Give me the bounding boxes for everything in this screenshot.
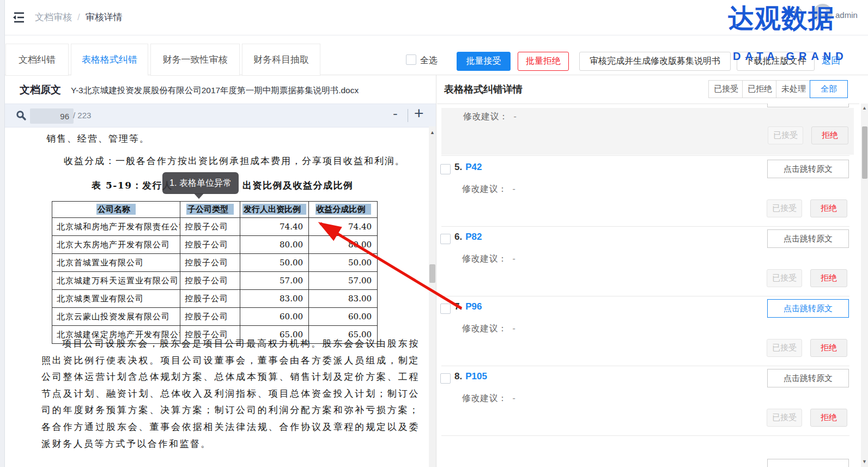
header-issuer-ratio: 发行人出资比例	[242, 204, 306, 215]
tab-doc-correction[interactable]: 文档纠错	[5, 44, 69, 76]
jump-button-clipped[interactable]	[767, 104, 849, 107]
scrollbar-up-arrow-icon[interactable]: ▲	[430, 130, 435, 135]
issue-item: 6.P82 点击跳转原文 修改建议：- 已接受 拒绝	[437, 229, 859, 298]
jump-to-source-button[interactable]: 点击跳转原文	[767, 369, 849, 387]
breadcrumb-doc-review[interactable]: 文档审核	[35, 12, 72, 22]
cell-company: 北京云蒙山投资发展有限公司	[52, 308, 180, 326]
tab-financial-subject-extraction[interactable]: 财务科目抽取	[242, 44, 320, 76]
filter-accepted[interactable]: 已接受	[708, 80, 744, 98]
suggestion-row: 修改建议：-	[462, 184, 515, 195]
search-icon[interactable]	[15, 110, 27, 124]
list-scrollbar-thumb[interactable]	[862, 126, 867, 179]
item-checkbox[interactable]	[440, 164, 451, 174]
suggestion-row: 修改建议：-	[462, 393, 515, 404]
item-page-link[interactable]: P82	[465, 232, 482, 242]
divider	[441, 226, 849, 227]
doc-paragraph: 收益分成：一般各合作方按出资比例承担成本费用，分享项目收益和利润。	[64, 155, 405, 167]
correction-detail-panel: 表格格式纠错详情 已接受 已拒绝 未处理 全部 修改建议：- 已接受 拒绝 5.…	[437, 75, 859, 467]
filter-rejected[interactable]: 已拒绝	[742, 80, 778, 98]
page-toolbar: / 223 - +	[4, 104, 436, 128]
breadcrumb-review-detail: 审核详情	[86, 12, 123, 22]
breadcrumb-separator: /	[77, 12, 80, 22]
tooltip-caret	[194, 193, 204, 199]
zoom-out-button[interactable]: -	[393, 105, 398, 122]
panel-divider	[436, 75, 436, 467]
batch-accept-button[interactable]: 批量接受	[457, 52, 511, 71]
username-label[interactable]: admin	[835, 10, 858, 20]
item-number: 8.	[454, 371, 462, 381]
document-scrollbar[interactable]	[429, 126, 436, 467]
tab-table-format-correction[interactable]: 表格格式纠错	[71, 44, 148, 76]
tab-financial-consistency[interactable]: 财务一致性审核	[150, 44, 240, 76]
item-checkbox[interactable]	[440, 304, 451, 314]
accepted-button[interactable]: 已接受	[767, 409, 802, 427]
table-header-cell: 发行人出资比例	[240, 202, 309, 218]
document-panel: 文档原文 Y-3北京城建投资发展股份有限公司2017年度第一期中期票据募集说明书…	[4, 75, 436, 467]
reject-button[interactable]: 拒绝	[810, 269, 847, 287]
scrollbar-up-arrow-icon[interactable]: ▲	[862, 105, 867, 111]
item-title: 6.P82	[454, 232, 482, 242]
jump-to-source-button[interactable]: 点击跳转原文	[767, 229, 849, 248]
left-edge-strip	[0, 0, 5, 467]
table-header-row: 公司名称 子公司类型 发行人出资比例 收益分成比例	[52, 202, 378, 218]
jump-to-source-button-active[interactable]: 点击跳转原文	[767, 299, 849, 318]
tooltip-text: 1. 表格单位异常	[169, 178, 232, 189]
divider	[441, 155, 849, 156]
divider	[441, 435, 849, 436]
item-page-link[interactable]: P96	[465, 301, 482, 312]
item-number: 7.	[454, 301, 462, 312]
table-row: 北京首城置业有限公司 控股子公司 50.00 50.00	[52, 254, 378, 272]
cell-type: 控股子公司	[180, 236, 240, 254]
cell-ratio: 57.00	[309, 272, 378, 290]
reject-button[interactable]: 拒绝	[810, 339, 847, 357]
item-page-link[interactable]: P42	[465, 162, 482, 172]
reject-button[interactable]: 拒绝	[810, 409, 847, 427]
breadcrumb: 文档审核/审核详情	[35, 11, 123, 23]
datagrand-logo-en: DATA GRAND	[733, 50, 848, 63]
reject-button[interactable]: 拒绝	[811, 126, 848, 144]
item-checkbox[interactable]	[440, 373, 451, 384]
cell-ratio: 74.40	[309, 218, 378, 236]
page-number-input[interactable]	[30, 108, 74, 124]
cell-ratio: 74.40	[240, 218, 309, 236]
select-all-checkbox[interactable]	[406, 54, 416, 65]
filter-pending[interactable]: 未处理	[776, 80, 811, 98]
table-row: 北京城奥置业有限公司 控股子公司 83.00 83.00	[52, 290, 378, 308]
jump-button-clipped[interactable]	[767, 459, 849, 467]
item-page-link[interactable]: P105	[465, 371, 487, 381]
collapse-menu-icon-svg	[11, 10, 26, 25]
suggestion-row: 修改建议：-	[462, 253, 515, 265]
item-title: 5.P42	[454, 162, 482, 173]
item-checkbox[interactable]	[440, 234, 451, 244]
filter-all[interactable]: 全部	[810, 80, 848, 98]
collapse-menu-icon[interactable]	[11, 10, 26, 25]
divider	[441, 296, 849, 296]
item-number: 5.	[454, 162, 462, 172]
batch-reject-button[interactable]: 批量拒绝	[518, 52, 569, 71]
reject-button[interactable]: 拒绝	[810, 199, 847, 217]
correction-panel-title: 表格格式纠错详情	[444, 83, 523, 96]
item-title: 7.P96	[454, 301, 482, 312]
table-header-cell: 收益分成比例	[309, 202, 378, 218]
datagrand-logo-cn: 达观数据	[728, 4, 835, 33]
document-scrollbar-thumb[interactable]	[429, 264, 435, 283]
divider	[441, 366, 849, 366]
accepted-button[interactable]: 已接受	[767, 269, 802, 287]
jump-to-source-button[interactable]: 点击跳转原文	[767, 160, 849, 178]
suggestion-value: -	[513, 184, 516, 193]
suggestion-value: -	[514, 112, 517, 121]
item-title: 8.P105	[454, 371, 487, 382]
header-subsidiary-type: 子公司类型	[186, 204, 234, 215]
accepted-button[interactable]: 已接受	[768, 126, 803, 144]
accepted-button[interactable]: 已接受	[767, 339, 802, 357]
select-all-label: 全选	[420, 55, 438, 66]
scrollbar-down-arrow-icon[interactable]: ▼	[862, 459, 867, 464]
cell-type: 控股子公司	[180, 254, 240, 272]
issue-item-partial: 修改建议：- 已接受 拒绝	[441, 108, 854, 155]
finish-generate-button[interactable]: 审核完成并生成修改版募集说明书	[579, 52, 731, 71]
cell-company: 北京大东房地产开发有限公司	[52, 236, 180, 254]
cell-type: 控股子公司	[180, 290, 240, 308]
accepted-button[interactable]: 已接受	[767, 199, 802, 217]
document-panel-title: 文档原文	[20, 83, 61, 97]
zoom-in-button[interactable]: +	[414, 104, 424, 123]
